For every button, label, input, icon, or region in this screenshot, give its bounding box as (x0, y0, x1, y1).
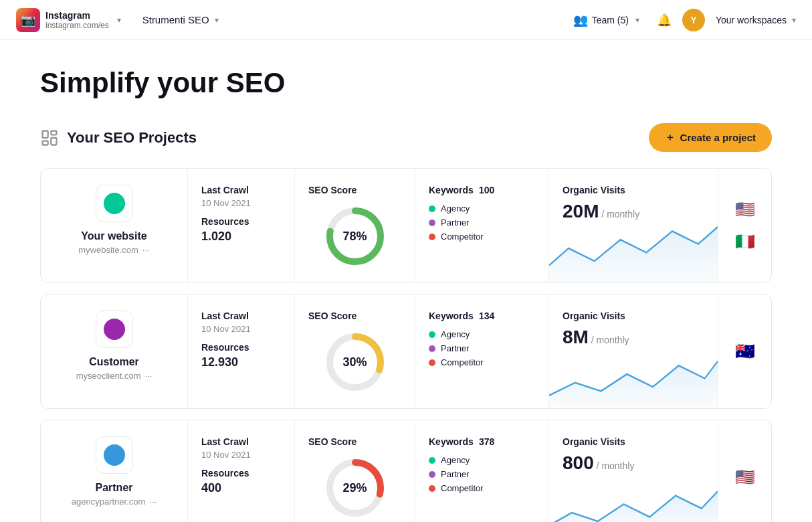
last-crawl-label: Last Crawl (201, 311, 281, 321)
svg-rect-0 (43, 130, 48, 138)
site-name: Instagram (45, 10, 109, 21)
site-url: instagram.com/es (45, 21, 109, 30)
svg-rect-3 (43, 141, 48, 145)
project-name: Your website (81, 230, 146, 242)
project-logo (96, 311, 133, 348)
keyword-label: Agency (441, 203, 470, 213)
project-card-customer: Customer myseoclient.com ··· Last Crawl … (40, 294, 772, 409)
team-button[interactable]: 👥 Team (5) ▾ (567, 9, 646, 31)
organic-visits-label: Organic Visits (563, 311, 704, 321)
flags-column: 🇦🇺 (718, 294, 771, 408)
page-title: Simplify your SEO (40, 67, 772, 99)
keyword-dot (429, 345, 435, 352)
site-dropdown-icon: ▾ (117, 15, 121, 25)
crawl-column: Last Crawl 10 Nov 2021 Resources 400 (188, 420, 295, 522)
seo-score-column: SEO Score 29% (295, 420, 415, 522)
mini-chart (549, 466, 718, 522)
nav-tools[interactable]: Strumenti SEO ▾ (142, 14, 219, 25)
keyword-item: Competitor (429, 357, 535, 367)
crawl-column: Last Crawl 10 Nov 2021 Resources 1.020 (188, 169, 295, 282)
last-crawl-date: 10 Nov 2021 (201, 450, 281, 460)
more-options-icon[interactable]: ··· (142, 245, 150, 255)
donut-chart: 30% (325, 332, 385, 392)
seo-score-value: 29% (342, 481, 367, 495)
keyword-item: Competitor (429, 232, 535, 242)
keyword-dot (429, 457, 435, 464)
seo-score-label: SEO Score (308, 185, 357, 195)
seo-score-column: SEO Score 30% (295, 294, 415, 408)
project-name: Customer (89, 356, 139, 368)
flag-icon: 🇺🇸 (732, 464, 758, 491)
create-project-button[interactable]: ＋ Create a project (649, 123, 772, 152)
project-url: agencypartner.com (72, 497, 146, 507)
header: 📷 Instagram instagram.com/es ▾ Strumenti… (0, 0, 812, 40)
seo-score-value: 78% (342, 230, 367, 244)
keyword-item: Agency (429, 455, 535, 465)
projects-header: Your SEO Projects ＋ Create a project (40, 123, 772, 152)
donut-wrapper: 78% (308, 206, 401, 266)
svg-rect-2 (51, 138, 56, 145)
keywords-count: 100 (479, 185, 494, 195)
resources-label: Resources (201, 468, 281, 478)
team-icon: 👥 (573, 13, 588, 27)
seo-score-value: 30% (342, 355, 367, 369)
resources-value: 12.930 (201, 355, 281, 369)
keywords-header: Keywords 134 (429, 311, 535, 321)
more-options-icon[interactable]: ··· (149, 497, 157, 507)
keyword-dot (429, 205, 435, 212)
project-name: Partner (95, 482, 132, 494)
keyword-label: Agency (441, 455, 470, 465)
more-options-icon[interactable]: ··· (144, 371, 152, 381)
keyword-dot (429, 220, 435, 226)
projects-section-title: Your SEO Projects (67, 129, 649, 147)
keyword-item: Partner (429, 469, 535, 479)
seo-score-label: SEO Score (308, 436, 357, 447)
project-url: mywebsite.com (78, 245, 138, 255)
organic-visits-label: Organic Visits (563, 185, 704, 195)
keyword-item: Competitor (429, 483, 535, 493)
svg-rect-1 (51, 130, 56, 135)
keywords-column: Keywords 134 Agency Partner Competitor (415, 294, 549, 408)
seo-score-label: SEO Score (308, 311, 357, 321)
create-project-plus-icon: ＋ (665, 131, 675, 144)
project-logo (96, 185, 133, 222)
flag-icon: 🇮🇹 (732, 228, 758, 255)
mini-chart (549, 340, 718, 408)
keywords-column: Keywords 100 Agency Partner Competitor (415, 169, 549, 282)
flags-column: 🇺🇸🇮🇹 (718, 169, 771, 282)
keyword-label: Competitor (441, 483, 484, 493)
resources-label: Resources (201, 216, 281, 227)
keyword-label: Competitor (441, 232, 484, 242)
workspaces-label: Your workspaces (716, 15, 787, 25)
projects-icon (40, 128, 59, 147)
project-url: myseoclient.com (76, 371, 141, 381)
site-selector[interactable]: 📷 Instagram instagram.com/es ▾ (16, 8, 121, 32)
project-logo (96, 436, 133, 474)
keyword-item: Agency (429, 329, 535, 339)
keywords-count: 378 (479, 436, 494, 447)
donut-wrapper: 30% (308, 332, 401, 392)
project-info-website: Your website mywebsite.com ··· (41, 169, 188, 282)
resources-label: Resources (201, 342, 281, 353)
notifications-icon[interactable]: 🔔 (657, 13, 672, 27)
donut-chart: 29% (325, 458, 385, 518)
keywords-count: 134 (479, 311, 494, 321)
flag-icon: 🇦🇺 (732, 338, 758, 365)
workspaces-button[interactable]: Your workspaces ▾ (716, 15, 796, 25)
avatar[interactable]: Y (682, 9, 705, 31)
donut-chart: 78% (325, 206, 385, 266)
header-right: 👥 Team (5) ▾ 🔔 Y Your workspaces ▾ (567, 9, 796, 31)
donut-wrapper: 29% (308, 458, 401, 518)
team-label: Team (5) (592, 15, 629, 25)
keywords-header: Keywords 378 (429, 436, 535, 447)
team-dropdown-icon: ▾ (635, 15, 639, 25)
project-url-row: myseoclient.com ··· (76, 371, 153, 381)
project-url-row: mywebsite.com ··· (78, 245, 149, 255)
keyword-item: Partner (429, 343, 535, 353)
keyword-item: Partner (429, 217, 535, 228)
keyword-dot (429, 234, 435, 240)
nav-tools-dropdown-icon: ▾ (215, 15, 219, 25)
organic-visits-column: Organic Visits 20M / monthly (549, 169, 718, 282)
project-card-website: Your website mywebsite.com ··· Last Craw… (40, 168, 772, 283)
main-content: Simplify your SEO Your SEO Projects ＋ Cr… (0, 40, 812, 522)
